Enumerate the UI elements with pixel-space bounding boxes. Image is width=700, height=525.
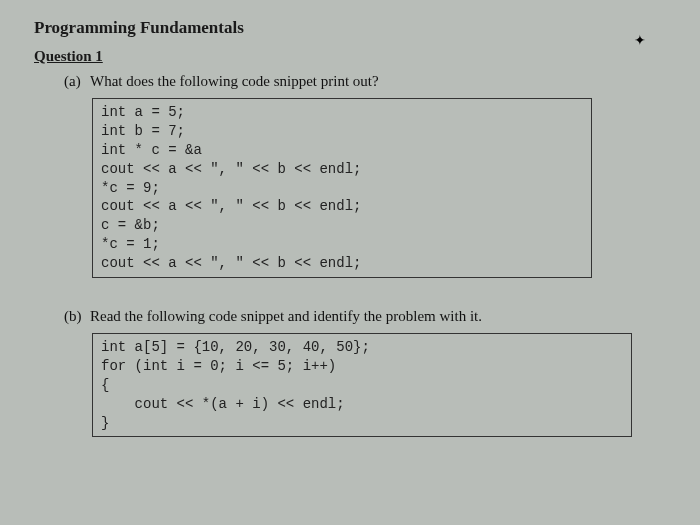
code-line: { — [101, 376, 623, 395]
part-b-label: (b) — [64, 308, 90, 325]
part-b: (b)Read the following code snippet and i… — [64, 308, 668, 437]
code-line: int * c = &a — [101, 141, 583, 160]
code-line: for (int i = 0; i <= 5; i++) — [101, 357, 623, 376]
code-line: cout << a << ", " << b << endl; — [101, 160, 583, 179]
code-line: int b = 7; — [101, 122, 583, 141]
page-title: Programming Fundamentals — [34, 18, 668, 38]
code-line: cout << a << ", " << b << endl; — [101, 197, 583, 216]
code-line: cout << a << ", " << b << endl; — [101, 254, 583, 273]
code-box-a: int a = 5; int b = 7; int * c = &a cout … — [92, 98, 592, 278]
part-a-question-text: What does the following code snippet pri… — [90, 73, 379, 89]
code-line: *c = 1; — [101, 235, 583, 254]
part-b-question-text: Read the following code snippet and iden… — [90, 308, 482, 324]
code-line: } — [101, 414, 623, 433]
code-line: int a = 5; — [101, 103, 583, 122]
code-line: *c = 9; — [101, 179, 583, 198]
code-line: cout << *(a + i) << endl; — [101, 395, 623, 414]
question-heading: Question 1 — [34, 48, 668, 65]
part-a: (a)What does the following code snippet … — [64, 73, 668, 278]
part-a-label: (a) — [64, 73, 90, 90]
code-line: c = &b; — [101, 216, 583, 235]
document-page: Programming Fundamentals Question 1 (a)W… — [0, 0, 700, 473]
code-line: int a[5] = {10, 20, 30, 40, 50}; — [101, 338, 623, 357]
code-box-b: int a[5] = {10, 20, 30, 40, 50}; for (in… — [92, 333, 632, 437]
part-b-prompt: (b)Read the following code snippet and i… — [64, 308, 668, 325]
part-a-prompt: (a)What does the following code snippet … — [64, 73, 668, 90]
